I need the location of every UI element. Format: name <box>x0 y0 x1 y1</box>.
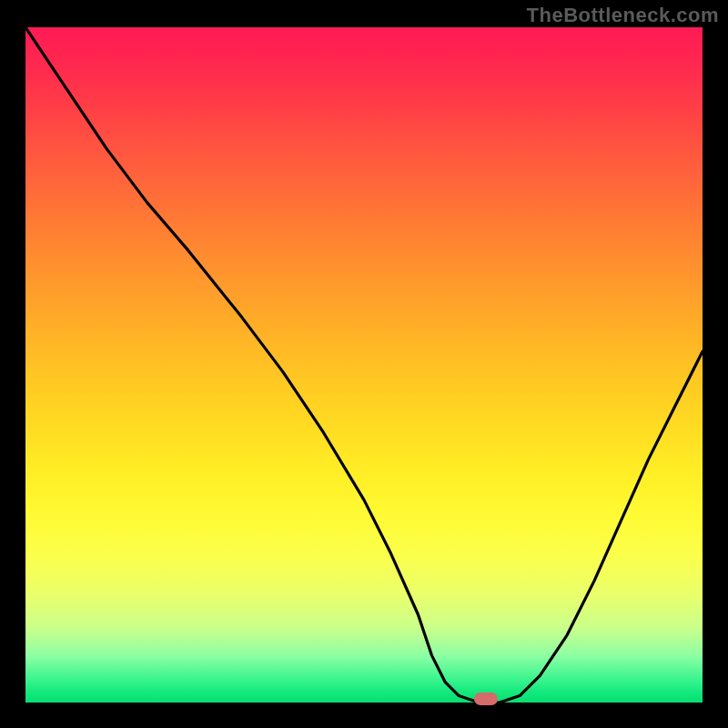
optimum-marker <box>474 693 498 705</box>
gradient-background <box>25 27 703 703</box>
plot-area <box>25 27 703 703</box>
watermark-text: TheBottleneck.com <box>527 4 719 27</box>
chart-frame: TheBottleneck.com <box>0 0 728 728</box>
